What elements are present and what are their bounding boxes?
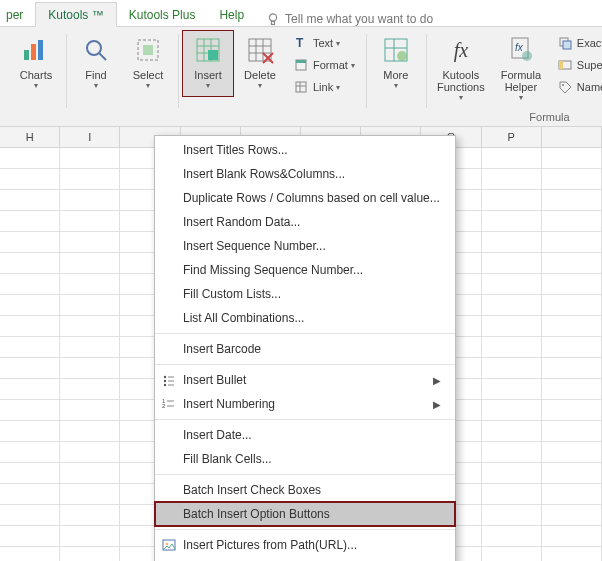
formula-helper-button[interactable]: fx Formula Helper▾ <box>492 30 550 106</box>
col-header[interactable]: H <box>0 127 60 147</box>
menu-combinations[interactable]: List All Combinations... <box>155 306 455 330</box>
menu-sequence-number[interactable]: Insert Sequence Number... <box>155 234 455 258</box>
cell[interactable] <box>482 148 542 168</box>
cell[interactable] <box>60 463 120 483</box>
cell[interactable] <box>0 232 60 252</box>
cell[interactable] <box>542 337 602 357</box>
cell[interactable] <box>542 232 602 252</box>
cell[interactable] <box>542 358 602 378</box>
cell[interactable] <box>482 253 542 273</box>
cell[interactable] <box>0 211 60 231</box>
tab-developer[interactable]: per <box>0 3 35 26</box>
menu-insert-titles-rows[interactable]: Insert Titles Rows... <box>155 138 455 162</box>
super-lookup-button[interactable]: Super LOOKUP▾ <box>553 54 602 76</box>
cell[interactable] <box>0 148 60 168</box>
cell[interactable] <box>542 190 602 210</box>
cell[interactable] <box>60 379 120 399</box>
cell[interactable] <box>60 505 120 525</box>
insert-button[interactable]: Insert▾ <box>182 30 234 97</box>
cell[interactable] <box>0 337 60 357</box>
menu-insert-date[interactable]: Insert Date... <box>155 423 455 447</box>
more-button[interactable]: More▾ <box>370 30 422 97</box>
menu-random-data[interactable]: Insert Random Data... <box>155 210 455 234</box>
cell[interactable] <box>542 463 602 483</box>
exact-copy-button[interactable]: Exact Copy <box>553 32 602 54</box>
cell[interactable] <box>542 274 602 294</box>
col-header[interactable] <box>542 127 602 147</box>
cell[interactable] <box>60 547 120 561</box>
delete-button[interactable]: Delete▾ <box>234 30 286 97</box>
cell[interactable] <box>542 169 602 189</box>
cell[interactable] <box>542 148 602 168</box>
cell[interactable] <box>482 442 542 462</box>
cell[interactable] <box>0 526 60 546</box>
tab-help[interactable]: Help <box>207 3 256 26</box>
cell[interactable] <box>0 442 60 462</box>
cell[interactable] <box>542 316 602 336</box>
menu-fill-custom[interactable]: Fill Custom Lists... <box>155 282 455 306</box>
cell[interactable] <box>482 379 542 399</box>
kutools-functions-button[interactable]: fx Kutools Functions▾ <box>430 30 492 106</box>
tab-kutools[interactable]: Kutools ™ <box>35 2 116 27</box>
link-button[interactable]: Link▾ <box>289 76 359 98</box>
cell[interactable] <box>60 295 120 315</box>
cell[interactable] <box>482 337 542 357</box>
cell[interactable] <box>542 253 602 273</box>
cell[interactable] <box>542 505 602 525</box>
cell[interactable] <box>482 421 542 441</box>
cell[interactable] <box>0 547 60 561</box>
charts-button[interactable]: Charts▾ <box>10 30 62 97</box>
cell[interactable] <box>60 484 120 504</box>
tell-me[interactable]: Tell me what you want to do <box>266 12 433 26</box>
menu-duplicate-rows[interactable]: Duplicate Rows / Columns based on cell v… <box>155 186 455 210</box>
menu-fill-blank[interactable]: Fill Blank Cells... <box>155 447 455 471</box>
menu-checkboxes[interactable]: Batch Insert Check Boxes <box>155 478 455 502</box>
text-button[interactable]: TText▾ <box>289 32 359 54</box>
cell[interactable] <box>482 526 542 546</box>
cell[interactable] <box>60 526 120 546</box>
menu-missing-sequence[interactable]: Find Missing Sequence Number... <box>155 258 455 282</box>
cell[interactable] <box>482 484 542 504</box>
cell[interactable] <box>0 190 60 210</box>
cell[interactable] <box>60 358 120 378</box>
cell[interactable] <box>60 148 120 168</box>
cell[interactable] <box>60 400 120 420</box>
cell[interactable] <box>542 547 602 561</box>
cell[interactable] <box>542 211 602 231</box>
cell[interactable] <box>542 421 602 441</box>
menu-insert-blank[interactable]: Insert Blank Rows&Columns... <box>155 162 455 186</box>
find-button[interactable]: Find▾ <box>70 30 122 97</box>
cell[interactable] <box>60 316 120 336</box>
cell[interactable] <box>60 253 120 273</box>
menu-pictures-url[interactable]: Insert Pictures from Path(URL)... <box>155 533 455 557</box>
cell[interactable] <box>482 547 542 561</box>
cell[interactable] <box>482 463 542 483</box>
cell[interactable] <box>0 295 60 315</box>
cell[interactable] <box>0 253 60 273</box>
menu-bullet[interactable]: Insert Bullet▶ <box>155 368 455 392</box>
cell[interactable] <box>542 526 602 546</box>
select-button[interactable]: Select▾ <box>122 30 174 97</box>
cell[interactable] <box>0 316 60 336</box>
tab-kutools-plus[interactable]: Kutools Plus <box>117 3 208 26</box>
cell[interactable] <box>0 169 60 189</box>
cell[interactable] <box>482 400 542 420</box>
cell[interactable] <box>60 421 120 441</box>
cell[interactable] <box>482 190 542 210</box>
cell[interactable] <box>0 400 60 420</box>
cell[interactable] <box>0 484 60 504</box>
cell[interactable] <box>0 358 60 378</box>
cell[interactable] <box>60 190 120 210</box>
cell[interactable] <box>542 484 602 504</box>
cell[interactable] <box>482 358 542 378</box>
cell[interactable] <box>482 169 542 189</box>
menu-watermark[interactable]: Insert Watermark... <box>155 557 455 561</box>
cell[interactable] <box>0 274 60 294</box>
cell[interactable] <box>482 295 542 315</box>
cell[interactable] <box>0 379 60 399</box>
cell[interactable] <box>60 232 120 252</box>
cell[interactable] <box>542 295 602 315</box>
cell[interactable] <box>0 463 60 483</box>
spreadsheet[interactable]: H I O P Insert Titles Rows... Insert Bla… <box>0 127 602 561</box>
cell[interactable] <box>542 400 602 420</box>
